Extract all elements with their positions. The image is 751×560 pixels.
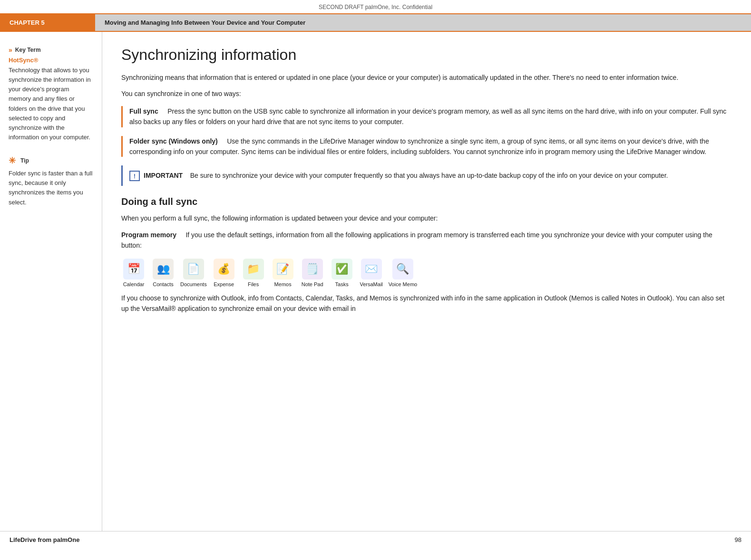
tip-header: ✳ Tip bbox=[9, 155, 93, 166]
app-icon-item-documents: 📄Documents bbox=[180, 259, 207, 287]
app-icon-versamail: ✉️ bbox=[361, 259, 382, 280]
app-icon-label-memos: Memos bbox=[274, 281, 292, 287]
footer-brand: LifeDrive from palmOne bbox=[10, 536, 79, 543]
intro-text: Synchronizing means that information tha… bbox=[121, 72, 732, 83]
important-box: ! IMPORTANT Be sure to synchronize your … bbox=[121, 165, 732, 186]
important-spacer bbox=[185, 172, 188, 179]
app-icon-label-note-pad: Note Pad bbox=[302, 281, 323, 287]
app-icon-voice-memo: 🔍 bbox=[392, 259, 413, 280]
app-icons-row: 📅Calendar👥Contacts📄Documents💰Expense📁Fil… bbox=[121, 259, 732, 287]
full-sync-block: Full sync Press the sync button on the U… bbox=[121, 106, 732, 127]
program-memory-body: If you use the default settings, informa… bbox=[121, 231, 712, 249]
app-icon-item-calendar: 📅Calendar bbox=[121, 259, 146, 287]
app-icon-contacts: 👥 bbox=[153, 259, 174, 280]
hotSync-term: HotSync® bbox=[9, 57, 93, 64]
chapter-label: CHAPTER 5 bbox=[0, 14, 95, 31]
full-sync-spacer bbox=[160, 107, 166, 115]
folder-sync-spacer bbox=[220, 137, 225, 145]
app-icon-item-memos: 📝Memos bbox=[271, 259, 295, 287]
top-bar: SECOND DRAFT palmOne, Inc. Confidential bbox=[0, 0, 751, 13]
chapter-title: Moving and Managing Info Between Your De… bbox=[95, 14, 751, 31]
app-icon-label-versamail: VersaMail bbox=[360, 281, 382, 287]
sidebar-tip-section: ✳ Tip Folder sync is faster than a full … bbox=[9, 155, 93, 207]
sidebar: » Key Term HotSync® Technology that allo… bbox=[0, 32, 102, 531]
content-area: Synchronizing information Synchronizing … bbox=[102, 32, 751, 531]
subsection-title: Doing a full sync bbox=[121, 196, 732, 207]
app-icon-label-contacts: Contacts bbox=[153, 281, 173, 287]
app-icon-expense: 💰 bbox=[214, 259, 234, 280]
folder-sync-content: Folder sync (Windows only) Use the sync … bbox=[129, 136, 732, 157]
program-memory-label: Program memory bbox=[121, 231, 176, 239]
full-sync-label: Full sync bbox=[129, 107, 158, 115]
doing-full-sync-intro: When you perform a full sync, the follow… bbox=[121, 213, 732, 223]
key-term-header: » Key Term bbox=[9, 46, 93, 54]
full-sync-bar bbox=[121, 106, 123, 127]
key-term-heading: Key Term bbox=[15, 47, 41, 53]
app-icon-files: 📁 bbox=[243, 259, 264, 280]
app-icon-note-pad: 🗒️ bbox=[302, 259, 323, 280]
outlook-text: If you choose to synchronize with Outloo… bbox=[121, 293, 732, 314]
app-icon-item-expense: 💰Expense bbox=[212, 259, 236, 287]
sidebar-key-term-section: » Key Term HotSync® Technology that allo… bbox=[9, 46, 93, 142]
app-icon-item-contacts: 👥Contacts bbox=[151, 259, 176, 287]
app-icon-item-tasks: ✅Tasks bbox=[330, 259, 354, 287]
top-bar-text: SECOND DRAFT palmOne, Inc. Confidential bbox=[319, 4, 432, 10]
full-sync-content: Full sync Press the sync button on the U… bbox=[129, 106, 732, 127]
app-icon-tasks: ✅ bbox=[332, 259, 352, 280]
app-icon-item-files: 📁Files bbox=[241, 259, 266, 287]
folder-sync-block: Folder sync (Windows only) Use the sync … bbox=[121, 136, 732, 157]
page-title: Synchronizing information bbox=[121, 46, 732, 64]
chapter-header: CHAPTER 5 Moving and Managing Info Betwe… bbox=[0, 13, 751, 32]
app-icon-label-voice-memo: Voice Memo bbox=[389, 281, 418, 287]
app-icon-label-calendar: Calendar bbox=[123, 281, 145, 287]
app-icon-label-tasks: Tasks bbox=[335, 281, 349, 287]
hotSync-term-text: HotSync® bbox=[9, 57, 38, 64]
app-icon-item-versamail: ✉️VersaMail bbox=[359, 259, 384, 287]
app-icon-label-expense: Expense bbox=[214, 281, 234, 287]
folder-sync-label: Folder sync (Windows only) bbox=[129, 137, 218, 145]
app-icon-memos: 📝 bbox=[273, 259, 293, 280]
app-icon-documents: 📄 bbox=[183, 259, 204, 280]
app-icon-item-voice-memo: 🔍Voice Memo bbox=[389, 259, 418, 287]
important-text: IMPORTANT Be sure to synchronize your de… bbox=[144, 170, 668, 181]
important-body: Be sure to synchronize your device with … bbox=[190, 172, 668, 179]
folder-sync-bar bbox=[121, 136, 123, 157]
tip-heading: Tip bbox=[20, 157, 29, 164]
main-layout: » Key Term HotSync® Technology that allo… bbox=[0, 32, 751, 531]
footer: LifeDrive from palmOne 98 bbox=[0, 531, 751, 548]
important-icon: ! bbox=[129, 171, 140, 181]
program-memory-spacer bbox=[178, 231, 184, 239]
app-icon-item-note-pad: 🗒️Note Pad bbox=[300, 259, 325, 287]
important-prefix: IMPORTANT bbox=[144, 172, 183, 179]
chevron-right-icon: » bbox=[9, 46, 12, 54]
app-icon-label-files: Files bbox=[248, 281, 259, 287]
key-term-body: Technology that allows to you synchroniz… bbox=[9, 66, 93, 142]
program-memory-text: Program memory If you use the default se… bbox=[121, 230, 732, 251]
footer-page-number: 98 bbox=[735, 536, 741, 543]
app-icon-label-documents: Documents bbox=[180, 281, 207, 287]
full-sync-body: Press the sync button on the USB sync ca… bbox=[129, 107, 726, 126]
app-icon-calendar: 📅 bbox=[123, 259, 144, 280]
ways-text: You can synchronize in one of two ways: bbox=[121, 88, 732, 99]
star-icon: ✳ bbox=[9, 155, 16, 166]
tip-body: Folder sync is faster than a full sync, … bbox=[9, 169, 93, 207]
